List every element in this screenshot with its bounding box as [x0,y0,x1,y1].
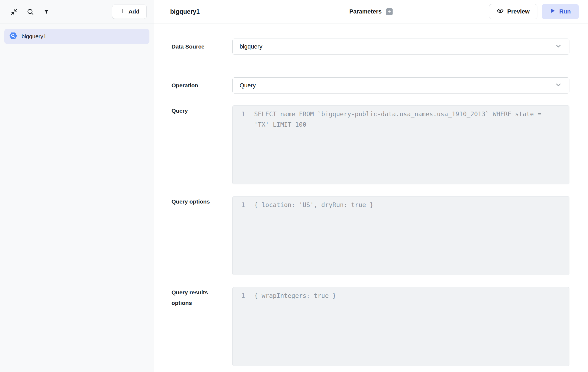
bigquery-icon [9,32,17,41]
data-source-label: Data Source [172,43,232,50]
plus-icon [119,8,125,15]
operation-select[interactable]: Query [232,77,569,94]
query-placeholder-text: SELECT name FROM `bigquery-public-data.u… [254,109,550,130]
search-icon [27,8,34,15]
parameters-label: Parameters [349,8,382,15]
parameters-section: Parameters [349,8,393,15]
line-number: 1 [239,200,245,210]
query-form: Data Source bigquery Operation Query [154,23,588,372]
run-button-label: Run [559,8,571,15]
query-editor-header: bigquery1 Parameters Preview [154,0,588,23]
field-row-query-results-options: Query results options 1 { wrapIntegers: … [172,287,569,366]
field-row-data-source: Data Source bigquery [172,39,569,55]
run-button[interactable]: Run [542,4,579,19]
field-row-query: Query 1 SELECT name FROM `bigquery-publi… [172,105,569,184]
query-label: Query [172,105,232,184]
query-options-label: Query options [172,196,232,275]
field-row-operation: Operation Query [172,77,569,94]
search-button[interactable] [24,6,36,18]
add-query-button[interactable]: Add [112,5,147,19]
query-list: bigquery1 [0,23,154,49]
query-options-code-editor[interactable]: 1 { location: 'US', dryRun: true } [232,196,569,275]
sidebar-toolbar: Add [0,0,154,23]
add-button-label: Add [128,8,139,15]
data-source-value: bigquery [240,43,262,50]
chevron-down-icon [555,81,562,90]
line-number: 1 [239,109,245,119]
add-parameter-button[interactable] [386,8,393,15]
preview-button-label: Preview [507,8,530,15]
filter-button[interactable] [40,6,52,18]
query-sidebar: Add bigquery1 [0,0,154,372]
collapse-panel-icon [10,8,18,15]
query-code-editor[interactable]: 1 SELECT name FROM `bigquery-public-data… [232,105,569,184]
query-results-options-label: Query results options [172,287,232,366]
line-number: 1 [239,291,245,301]
operation-value: Query [240,82,256,89]
query-editor-panel: bigquery1 Parameters Preview [154,0,588,372]
eye-icon [497,7,504,16]
query-item-label: bigquery1 [22,33,46,40]
query-options-placeholder-text: { location: 'US', dryRun: true } [254,200,550,210]
data-source-select[interactable]: bigquery [232,39,569,55]
preview-button[interactable]: Preview [489,4,537,19]
chevron-down-icon [555,42,562,51]
query-list-item-bigquery1[interactable]: bigquery1 [4,29,149,44]
play-icon [550,8,556,15]
query-results-options-code-editor[interactable]: 1 { wrapIntegers: true } [232,287,569,366]
query-results-options-placeholder-text: { wrapIntegers: true } [254,291,550,301]
field-row-query-options: Query options 1 { location: 'US', dryRun… [172,196,569,275]
query-title: bigquery1 [170,8,200,15]
plus-icon [387,9,391,14]
collapse-panel-button[interactable] [8,6,20,18]
filter-icon [43,8,50,15]
operation-label: Operation [172,82,232,89]
